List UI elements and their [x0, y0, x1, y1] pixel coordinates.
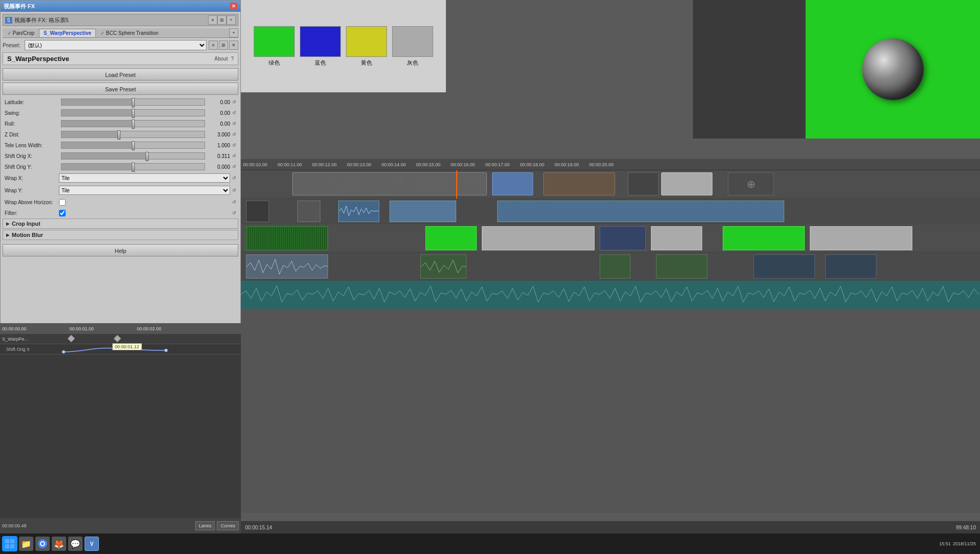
- clip-small-1[interactable]: [246, 201, 269, 222]
- tab-pan-crop[interactable]: Pan/Crop: [3, 29, 39, 37]
- taskbar-explorer[interactable]: 📁: [19, 537, 33, 551]
- time-marker-1: 00:00:10.00: [243, 162, 268, 167]
- start-button[interactable]: [2, 536, 17, 551]
- preset-grid-icon[interactable]: ⊞: [219, 41, 228, 50]
- preset-select[interactable]: (默认): [25, 40, 207, 50]
- clip-video-5[interactable]: [661, 172, 712, 195]
- clip-waveform-1[interactable]: [246, 254, 328, 279]
- clip-small-2[interactable]: [297, 201, 320, 222]
- taskbar-wechat[interactable]: 💬: [68, 537, 83, 551]
- time-marker-5: 00:00:14.00: [381, 162, 406, 167]
- motion-blur-section: ▶ Motion Blur: [3, 230, 238, 240]
- swatch-green-box[interactable]: [254, 26, 295, 57]
- preset-label: Preset:: [3, 42, 21, 48]
- load-preset-button[interactable]: Load Preset: [3, 68, 238, 81]
- sphere-visual: [862, 38, 924, 100]
- param-tele: Tele Lens Width: 1.000 ↺: [3, 140, 238, 150]
- clip-gray-3[interactable]: [810, 226, 912, 250]
- fx-add-icon[interactable]: +: [227, 15, 236, 25]
- param-wrap-x-select[interactable]: Tile Reflect Clamp: [59, 173, 230, 183]
- taskbar-chrome[interactable]: [35, 537, 50, 551]
- fx-panel-title: 视频事件 FX: [4, 3, 230, 10]
- help-question[interactable]: ?: [231, 56, 234, 62]
- clip-video-4[interactable]: [628, 172, 659, 195]
- about-link[interactable]: About: [214, 56, 228, 62]
- param-roll-label: Roll:: [3, 121, 59, 127]
- close-button[interactable]: ✕: [230, 3, 237, 10]
- clip-audio-1[interactable]: [338, 201, 379, 222]
- curves-button[interactable]: Curves: [217, 521, 239, 530]
- param-filter-reset[interactable]: ↺: [230, 209, 238, 217]
- param-wrap-horizon-reset[interactable]: ↺: [230, 198, 238, 206]
- param-shift-x-slider[interactable]: [61, 152, 205, 160]
- param-tele-slider[interactable]: [61, 142, 205, 149]
- param-swing-slider[interactable]: [61, 109, 205, 116]
- clip-green-2[interactable]: [723, 226, 805, 250]
- taskbar-firefox[interactable]: 🦊: [52, 537, 66, 551]
- kf-diamond-1[interactable]: [68, 334, 75, 342]
- clip-gray-1[interactable]: [482, 226, 595, 250]
- clip-green-1[interactable]: [425, 226, 477, 250]
- swatches-row: 绿色 蓝色 黄色 灰色: [249, 21, 438, 72]
- param-latitude-reset[interactable]: ↺: [230, 98, 238, 106]
- preset-close-icon[interactable]: ✕: [229, 41, 238, 50]
- clip-video-1[interactable]: [292, 172, 487, 195]
- tab-warp[interactable]: S_WarpPerspective: [39, 29, 96, 37]
- param-latitude-slider[interactable]: [61, 98, 205, 106]
- swatch-gray-box[interactable]: [392, 26, 433, 57]
- param-wrap-x-reset[interactable]: ↺: [230, 174, 238, 182]
- fx-grid-icon[interactable]: ⊞: [217, 15, 227, 25]
- param-shift-x-value: 0.311: [207, 153, 230, 159]
- param-wrap-y: Wrap Y: Tile Reflect Clamp ↺: [3, 185, 238, 196]
- clip-gray-2[interactable]: [651, 226, 702, 250]
- kf-diamond-2[interactable]: [114, 334, 121, 342]
- tab-bcc[interactable]: BCC Sphere Transition: [96, 29, 163, 37]
- swatch-yellow-box[interactable]: [346, 26, 387, 57]
- clip-waveform-3[interactable]: [600, 254, 630, 279]
- param-shift-x-reset[interactable]: ↺: [230, 152, 238, 160]
- color-area: 绿色 蓝色 黄色 灰色: [241, 0, 446, 92]
- clip-dark-1[interactable]: [246, 226, 328, 250]
- save-preset-button[interactable]: Save Preset: [3, 83, 238, 95]
- preview-area: [693, 0, 980, 138]
- swatch-blue-box[interactable]: [300, 26, 341, 57]
- crop-input-header[interactable]: ▶ Crop Input: [3, 219, 238, 228]
- motion-blur-arrow: ▶: [6, 232, 10, 238]
- param-wrap-y-reset[interactable]: ↺: [230, 186, 238, 194]
- lanes-button[interactable]: Lanes: [195, 521, 215, 530]
- motion-blur-header[interactable]: ▶ Motion Blur: [3, 230, 238, 240]
- tab-add-icon[interactable]: +: [229, 28, 238, 37]
- clip-audio-long[interactable]: [497, 201, 784, 222]
- preset-list-icon[interactable]: ≡: [209, 41, 218, 50]
- param-shift-y: Shift Orig Y: 0.000 ↺: [3, 162, 238, 172]
- param-wrap-y-select[interactable]: Tile Reflect Clamp: [59, 186, 230, 195]
- swatch-blue-label: 蓝色: [315, 59, 326, 67]
- param-shift-y-slider[interactable]: [61, 163, 205, 170]
- clip-waveform-5[interactable]: [753, 254, 815, 279]
- clip-video-6[interactable]: ⊕: [728, 172, 774, 195]
- param-zdist-reset[interactable]: ↺: [230, 130, 238, 138]
- taskbar-vegas[interactable]: V: [85, 537, 99, 551]
- param-shift-y-label: Shift Orig Y:: [3, 164, 59, 170]
- clip-audio-2[interactable]: [390, 201, 456, 222]
- param-zdist-slider[interactable]: [61, 131, 205, 138]
- tray-time: 15:51: [939, 541, 951, 546]
- param-wrap-horizon-checkbox[interactable]: [59, 199, 66, 206]
- param-filter-checkbox[interactable]: [59, 210, 66, 216]
- clip-waveform-2[interactable]: [420, 254, 466, 279]
- clip-video-2[interactable]: [492, 172, 533, 195]
- fx-list-icon[interactable]: ≡: [208, 15, 217, 25]
- param-roll-value: 0.00: [207, 121, 230, 127]
- param-shift-y-reset[interactable]: ↺: [230, 163, 238, 171]
- param-roll-slider[interactable]: [61, 120, 205, 127]
- help-button[interactable]: Help: [3, 244, 238, 256]
- fx-header: 5 视频事件 FX: 格乐票5 ≡ ⊞ +: [3, 14, 238, 26]
- param-tele-reset[interactable]: ↺: [230, 141, 238, 149]
- clip-video-3[interactable]: [543, 172, 615, 195]
- main-audio-waveform[interactable]: [241, 281, 980, 309]
- param-roll-reset[interactable]: ↺: [230, 120, 238, 128]
- param-swing-reset[interactable]: ↺: [230, 109, 238, 117]
- clip-dark-2[interactable]: [600, 226, 646, 250]
- clip-waveform-6[interactable]: [825, 254, 876, 279]
- clip-waveform-4[interactable]: [656, 254, 707, 279]
